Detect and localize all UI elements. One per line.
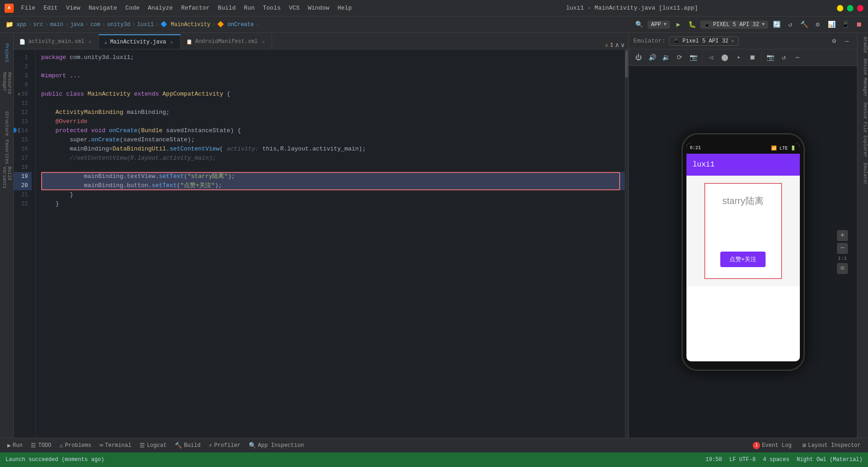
- tab-close-emulator[interactable]: ✕: [731, 38, 734, 44]
- menu-tools[interactable]: Tools: [259, 3, 284, 13]
- breadcrumb-oncreate[interactable]: 🔶 onCreate: [217, 21, 254, 28]
- tab-close-xml[interactable]: ✕: [87, 38, 93, 45]
- run-button[interactable]: ▶: [673, 19, 684, 30]
- build-variants-icon[interactable]: Build Variants: [1, 166, 13, 203]
- debug-button[interactable]: 🐛: [686, 19, 697, 30]
- device-manager-icon[interactable]: 📱: [840, 19, 851, 30]
- highlight-section: mainBinding.textView.setText("starry陆离")…: [41, 172, 625, 190]
- menu-window[interactable]: Window: [304, 3, 333, 13]
- zoom-out-button[interactable]: −: [837, 243, 848, 254]
- toolbar-right: 🔍 APP ▼ ▶ 🐛 📱 PIXEL 5 API 32 ▼ 🔄 ↺ 🔨 ⚙ 📊…: [634, 19, 864, 30]
- zoom-in-button[interactable]: +: [837, 230, 848, 241]
- problems-button[interactable]: ⚠ Problems: [56, 440, 95, 451]
- todo-button[interactable]: ☰ TODO: [27, 440, 55, 451]
- recents-icon[interactable]: ▪: [733, 52, 745, 64]
- close-button[interactable]: ✕: [857, 5, 863, 11]
- project-panel-icon[interactable]: Project: [1, 35, 13, 71]
- app-inspection-button[interactable]: 🔍 App Inspection: [245, 440, 308, 451]
- maximize-button[interactable]: □: [847, 5, 853, 11]
- tab-activity-main-xml[interactable]: 📄 activity_main.xml ✕: [14, 34, 99, 49]
- breadcrumb-java[interactable]: java: [70, 21, 84, 28]
- breadcrumb-mainactivity[interactable]: 🔷 MainActivity: [161, 21, 210, 28]
- event-log-button[interactable]: 1 Event Log: [749, 440, 795, 451]
- tab-close-java[interactable]: ✕: [169, 39, 175, 46]
- code-line-3: ⊞import ...: [41, 71, 625, 81]
- stop-em-icon[interactable]: ⏹: [746, 52, 758, 64]
- emulator-sidebar-icon[interactable]: Emulator: [858, 161, 868, 187]
- fold-icon[interactable]: {: [18, 126, 21, 135]
- back-icon[interactable]: ◁: [705, 52, 717, 64]
- profiler-button[interactable]: ⚡ Profiler: [205, 440, 244, 451]
- phone-textview: starry陆离: [723, 195, 764, 207]
- undo-icon[interactable]: ↺: [778, 52, 790, 64]
- menu-help[interactable]: Help: [334, 3, 355, 13]
- run-panel-button[interactable]: ▶ Run: [4, 440, 26, 451]
- line-numbers: 1 2 3 9 ⚠10 11 12 13 🔵 { 14 15 16 17 18: [14, 49, 36, 438]
- code-content[interactable]: package com.unity3d.luxi1; ⊞import ... p…: [36, 49, 625, 438]
- emulator-settings-icon[interactable]: ⚙: [829, 36, 840, 47]
- tab-close-manifest[interactable]: ✕: [261, 38, 267, 45]
- zoom-fit-button[interactable]: ⊡: [837, 263, 848, 274]
- menu-edit[interactable]: Edit: [40, 3, 61, 13]
- menu-navigate[interactable]: Navigate: [85, 3, 121, 13]
- settings-icon[interactable]: ⚙: [812, 19, 823, 30]
- tab-mainactivity-java[interactable]: ☕ MainActivity.java ✕: [99, 34, 181, 49]
- menu-file[interactable]: File: [17, 3, 39, 13]
- scroll-up-icon[interactable]: ∧: [615, 41, 619, 49]
- menu-build[interactable]: Build: [214, 3, 239, 13]
- breadcrumb-luxi1[interactable]: luxi1: [137, 21, 154, 28]
- breadcrumb-main[interactable]: main: [50, 21, 64, 28]
- emulator-minimize-icon[interactable]: —: [841, 36, 852, 47]
- search-icon[interactable]: 🔍: [634, 19, 645, 30]
- reload-icon[interactable]: ↺: [785, 19, 796, 30]
- volume-down-icon[interactable]: 🔉: [660, 52, 672, 64]
- power-icon[interactable]: ⏻: [632, 52, 644, 64]
- home-icon[interactable]: ⬤: [719, 52, 731, 64]
- code-line-12: ActivityMainBinding mainBinding;: [41, 108, 625, 117]
- menu-vcs[interactable]: VCS: [285, 3, 303, 13]
- build-icon[interactable]: 🔨: [798, 19, 809, 30]
- scrollbar-thumb[interactable]: [625, 50, 628, 78]
- menu-code[interactable]: Code: [122, 3, 143, 13]
- profiler-label: Profiler: [214, 442, 241, 449]
- terminal-button[interactable]: ⌨ Terminal: [96, 440, 135, 451]
- favorites-icon[interactable]: Favorites: [1, 138, 13, 166]
- logcat-button[interactable]: ☰ Logcat: [136, 440, 170, 451]
- breadcrumb-app[interactable]: app: [16, 21, 27, 28]
- screenshot-icon[interactable]: 📷: [687, 52, 699, 64]
- build-panel-button[interactable]: 🔨 Build: [171, 440, 204, 451]
- device-selector[interactable]: 📱 PIXEL 5 API 32 ▼: [700, 21, 768, 29]
- menu-run[interactable]: Run: [240, 3, 258, 13]
- editor-scrollbar[interactable]: [625, 49, 628, 438]
- device-manager-sidebar-icon[interactable]: Device Manager: [858, 57, 868, 99]
- profiler-icon[interactable]: 📊: [826, 19, 837, 30]
- code-editor[interactable]: 1 2 3 9 ⚠10 11 12 13 🔵 { 14 15 16 17 18: [14, 49, 628, 438]
- menu-refactor[interactable]: Refactor: [177, 3, 213, 13]
- more-icon[interactable]: ⋯: [792, 52, 804, 64]
- code-line-10: public class MainActivity extends AppCom…: [41, 90, 625, 99]
- phone-button[interactable]: 点赞+关注: [720, 252, 766, 267]
- project-icon[interactable]: 📁: [4, 19, 15, 30]
- line-num-17: 17: [14, 154, 32, 163]
- sync-icon[interactable]: 🔄: [771, 19, 782, 30]
- menu-view[interactable]: View: [62, 3, 84, 13]
- minimize-button[interactable]: —: [837, 5, 843, 11]
- stop-icon[interactable]: ⏹: [853, 19, 864, 30]
- code-line-14: protected void onCreate(Bundle savedInst…: [41, 126, 625, 135]
- structure-icon[interactable]: Structure: [1, 110, 13, 137]
- run-config[interactable]: APP ▼: [648, 21, 670, 29]
- breadcrumb-com[interactable]: com: [91, 21, 101, 28]
- resource-manager-icon[interactable]: Resource Manager: [1, 72, 13, 109]
- rotate-icon[interactable]: ⟳: [674, 52, 686, 64]
- layout-inspector-button[interactable]: ⊞ Layout Inspector: [799, 440, 864, 451]
- gradle-icon[interactable]: Gradle: [858, 35, 868, 55]
- emulator-device-tab[interactable]: 📱 Pixel 5 API 32 ✕: [669, 37, 738, 46]
- scroll-down-icon[interactable]: ∨: [621, 41, 625, 49]
- menu-analyze[interactable]: Analyze: [144, 3, 177, 13]
- camera-icon[interactable]: 📷: [764, 52, 776, 64]
- device-file-explorer-icon[interactable]: Device File Explorer: [858, 101, 868, 159]
- breadcrumb-unity3d[interactable]: unity3d: [107, 21, 130, 28]
- volume-up-icon[interactable]: 🔊: [646, 52, 658, 64]
- breadcrumb-src[interactable]: src: [33, 21, 43, 28]
- tab-androidmanifest-xml[interactable]: 📋 AndroidManifest.xml ✕: [181, 34, 272, 49]
